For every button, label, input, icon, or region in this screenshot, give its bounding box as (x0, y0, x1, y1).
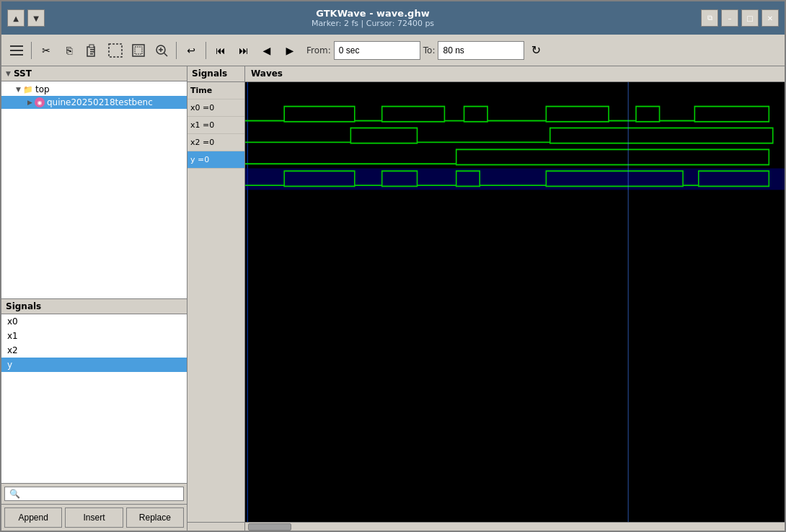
module-icon: ◉ (35, 97, 45, 107)
select-all-button[interactable] (105, 40, 126, 61)
svg-rect-8 (109, 44, 122, 57)
reload-button[interactable]: ↻ (526, 40, 546, 61)
signal-label-x1: x1 =0 (187, 117, 244, 134)
svg-rect-0 (10, 45, 23, 47)
waves-header-row: Signals Waves (187, 66, 785, 82)
paste-button[interactable] (81, 40, 103, 61)
search-input-wrap: 🔍 (4, 487, 184, 501)
undo-button[interactable]: ↩ (180, 40, 202, 61)
prev-button[interactable]: ◀ (256, 40, 278, 61)
waveform-container: Time x0 =0 x1 =0 x2 =0 y =0 (187, 82, 785, 522)
goto-start-button[interactable]: ⏮ (210, 40, 231, 61)
window-maximize-button[interactable]: □ (741, 9, 759, 27)
signal-item-x0[interactable]: x0 (1, 314, 187, 329)
to-input[interactable] (438, 41, 524, 60)
next-button[interactable]: ▶ (279, 40, 301, 61)
tree-item-testbench[interactable]: ▶ ◉ quine20250218testbenc (1, 96, 187, 109)
titlebar-left-controls: ▲ ▼ (7, 9, 45, 27)
titlebar-down-button[interactable]: ▼ (27, 9, 45, 27)
tree-item-label-2: quine20250218testbenc (47, 97, 153, 107)
signal-names-col: Time x0 =0 x1 =0 x2 =0 y =0 (187, 82, 245, 522)
svg-rect-9 (133, 45, 144, 56)
titlebar-controls: ⧉ – □ ✕ (701, 9, 779, 27)
signals-scrollbar (187, 523, 245, 531)
toolbar-separator-2 (176, 42, 177, 59)
search-input[interactable] (20, 489, 179, 499)
signals-section: Signals x0 x1 x2 y 🔍 Append Insert Re (1, 299, 187, 531)
waves-scrollbar-wrap[interactable] (245, 523, 785, 531)
signal-item-x1[interactable]: x1 (1, 329, 187, 343)
window-subtitle: Marker: 2 fs | Cursor: 72400 ps (312, 19, 434, 28)
svg-rect-5 (90, 49, 94, 50)
cut-button[interactable]: ✂ (35, 40, 57, 61)
toolbar: ✂ ⎘ ↩ ⏮ ⏭ ◀ ▶ From: To: ↻ (1, 35, 785, 66)
waves-scrollbar-thumb[interactable] (248, 523, 291, 531)
to-label: To: (423, 45, 436, 56)
sst-title: SST (14, 68, 32, 79)
tree-item-label: top (35, 84, 50, 94)
sst-collapse-icon[interactable]: ▼ (6, 70, 11, 77)
copy-button[interactable]: ⎘ (58, 40, 80, 61)
signal-label-time: Time (187, 82, 244, 99)
sst-section: ▼ SST ▼ 📁 top ▶ ◉ quine20250218testbenc (1, 66, 187, 299)
signals-section-header: Signals (1, 299, 187, 314)
svg-rect-6 (90, 51, 94, 53)
left-panel: ▼ SST ▼ 📁 top ▶ ◉ quine20250218testbenc (1, 66, 187, 531)
signals-list[interactable]: x0 x1 x2 y (1, 314, 187, 484)
signal-item-y[interactable]: y (1, 358, 187, 372)
titlebar: ▲ ▼ GTKWave - wave.ghw Marker: 2 fs | Cu… (1, 1, 785, 35)
svg-rect-7 (90, 53, 93, 55)
waves-canvas[interactable] (245, 82, 785, 522)
window-restore-button[interactable]: ⧉ (701, 9, 718, 27)
sst-tree[interactable]: ▼ 📁 top ▶ ◉ quine20250218testbenc (1, 81, 187, 298)
menu-button[interactable] (6, 40, 27, 61)
svg-rect-4 (89, 45, 94, 48)
svg-rect-2 (10, 54, 23, 56)
search-bar: 🔍 (1, 483, 187, 504)
insert-button[interactable]: Insert (65, 507, 123, 528)
sst-header: ▼ SST (1, 66, 187, 81)
bottom-buttons: Append Insert Replace (1, 504, 187, 531)
append-button[interactable]: Append (4, 507, 62, 528)
signal-label-x2: x2 =0 (187, 134, 244, 151)
tree-expand-icon-2: ▶ (27, 99, 32, 106)
window-minimize-button[interactable]: – (721, 9, 738, 27)
from-input[interactable] (334, 41, 420, 60)
h-scrollbar-row (187, 522, 785, 531)
svg-line-12 (164, 53, 168, 56)
tree-item-top[interactable]: ▼ 📁 top (1, 83, 187, 96)
svg-rect-15 (245, 82, 785, 522)
svg-rect-1 (10, 50, 23, 51)
waves-col-header: Waves (245, 66, 785, 81)
signal-item-x2[interactable]: x2 (1, 343, 187, 358)
titlebar-up-button[interactable]: ▲ (7, 9, 25, 27)
signals-col-header: Signals (187, 66, 245, 81)
main-content: ▼ SST ▼ 📁 top ▶ ◉ quine20250218testbenc (1, 66, 785, 531)
search-icon: 🔍 (9, 489, 20, 499)
goto-end-button[interactable]: ⏭ (233, 40, 255, 61)
titlebar-center: GTKWave - wave.ghw Marker: 2 fs | Cursor… (45, 8, 701, 28)
time-range: From: To: (306, 41, 524, 60)
right-panel: Signals Waves Time x0 =0 x1 =0 x2 =0 y =… (187, 66, 785, 531)
signal-label-y: y =0 (187, 151, 244, 169)
toolbar-separator-1 (31, 42, 32, 59)
signal-label-x0: x0 =0 (187, 99, 244, 117)
toolbar-separator-3 (206, 42, 206, 59)
replace-button[interactable]: Replace (126, 507, 184, 528)
svg-rect-10 (135, 47, 142, 54)
window-close-button[interactable]: ✕ (761, 9, 779, 27)
zoom-region-button[interactable] (151, 40, 172, 61)
window-title: GTKWave - wave.ghw (316, 8, 429, 19)
from-label: From: (306, 45, 331, 56)
zoom-fit-button[interactable] (128, 40, 149, 61)
waves-svg (245, 82, 785, 522)
main-window: ▲ ▼ GTKWave - wave.ghw Marker: 2 fs | Cu… (0, 0, 786, 532)
tree-expand-icon: ▼ (16, 86, 21, 93)
folder-icon: 📁 (23, 85, 33, 94)
